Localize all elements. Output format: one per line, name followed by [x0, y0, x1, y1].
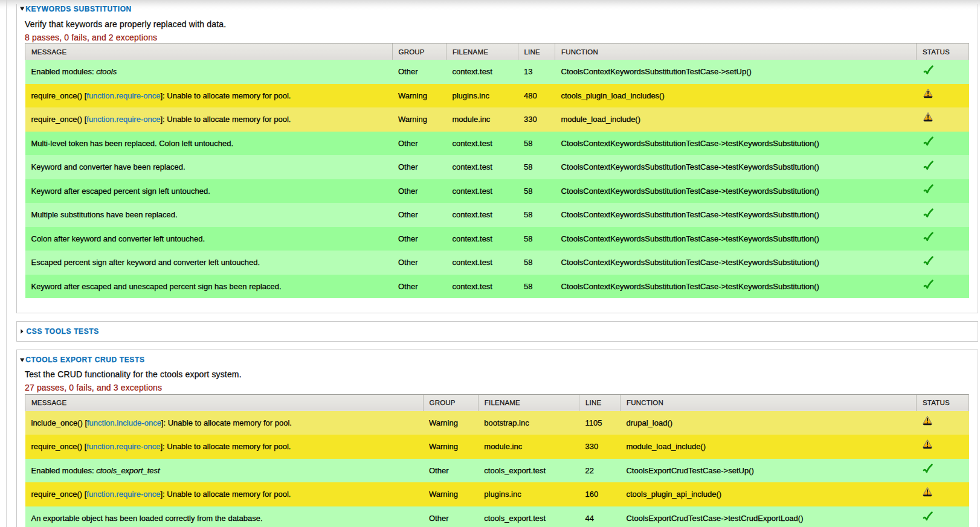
message-text: Escaped percent sign after keyword and c…	[31, 258, 260, 267]
warning-triangle-icon	[923, 416, 932, 426]
message-text: ]: Unable to allocate memory for pool.	[160, 115, 291, 124]
result-row: Escaped percent sign after keyword and c…	[25, 251, 969, 275]
function-cell: module_load_include()	[555, 107, 917, 132]
message-text: Enabled modules:	[31, 466, 97, 475]
message-text: ]: Unable to allocate memory for pool.	[160, 490, 291, 499]
message-cell: Keyword after escaped and unescaped perc…	[25, 275, 393, 299]
pass-check-icon	[923, 231, 933, 241]
php-function-reference-link[interactable]: function.require-once	[86, 91, 160, 100]
message-text: Enabled modules:	[31, 67, 97, 76]
message-text: Keyword after escaped and unescaped perc…	[31, 282, 282, 291]
function-cell: CtoolsContextKeywordsSubstitutionTestCas…	[555, 227, 917, 251]
results-table: MESSAGEGROUPFILENAMELINEFUNCTIONSTATUS i…	[25, 394, 969, 527]
status-cell	[916, 435, 969, 459]
message-text: require_once() [	[31, 115, 87, 124]
message-text: require_once() [	[31, 91, 87, 100]
message-text: require_once() [	[31, 442, 87, 451]
pass-check-icon	[923, 184, 933, 194]
php-function-reference-link[interactable]: function.include-once	[87, 418, 161, 427]
message-cell: Multiple substitutions have been replace…	[25, 203, 393, 227]
line-cell: 44	[579, 506, 620, 527]
line-cell: 1105	[579, 411, 620, 435]
message-text: Multiple substitutions have been replace…	[31, 210, 178, 219]
group-cell: Warning	[392, 84, 446, 108]
column-header-line: LINE	[518, 43, 555, 60]
function-cell: CtoolsContextKeywordsSubstitutionTestCas…	[555, 203, 917, 227]
column-header-status: STATUS	[917, 43, 969, 60]
filename-cell: plugins.inc	[478, 482, 579, 506]
function-cell: CtoolsContextKeywordsSubstitutionTestCas…	[555, 275, 917, 299]
result-row: include_once() [function.include-once]: …	[25, 411, 969, 435]
table-header-row: MESSAGEGROUPFILENAMELINEFUNCTIONSTATUS	[25, 43, 969, 60]
warning-triangle-icon	[923, 439, 932, 449]
filename-cell: ctools_export.test	[478, 459, 579, 483]
group-cell: Other	[392, 132, 446, 156]
expand-arrow-icon	[21, 329, 24, 334]
filename-cell: context.test	[446, 275, 518, 299]
status-cell	[917, 155, 969, 179]
status-cell	[916, 506, 969, 527]
group-cell: Other	[423, 459, 478, 483]
column-header-function: FUNCTION	[620, 394, 916, 411]
message-text: require_once() [	[31, 490, 87, 499]
message-text: ]: Unable to allocate memory for pool.	[160, 91, 291, 100]
message-cell: Enabled modules: ctools	[25, 60, 393, 84]
fieldset-title[interactable]: CSS TOOLS TESTS	[26, 327, 98, 336]
filename-cell: context.test	[446, 60, 518, 84]
group-cell: Other	[392, 179, 446, 203]
fieldset-title[interactable]: CTOOLS EXPORT CRUD TESTS	[25, 356, 144, 364]
pass-check-icon	[923, 511, 933, 521]
result-row: Keyword and converter have been replaced…	[25, 155, 969, 179]
result-row: Keyword after escaped percent sign left …	[25, 179, 969, 203]
filename-cell: module.inc	[446, 107, 518, 132]
fieldset-legend[interactable]: CSS TOOLS TESTS	[20, 322, 970, 341]
message-cell: Multi-level token has been replaced. Col…	[25, 132, 393, 156]
message-text: ]: Unable to allocate memory for pool.	[160, 442, 291, 451]
warning-triangle-icon	[923, 487, 932, 497]
fieldset-legend[interactable]: CTOOLS EXPORT CRUD TESTS	[20, 356, 970, 365]
group-cell: Other	[392, 275, 446, 299]
php-function-reference-link[interactable]: function.require-once	[86, 115, 160, 124]
result-row: Multi-level token has been replaced. Col…	[25, 132, 969, 156]
test-description: Verify that keywords are properly replac…	[25, 19, 970, 30]
pass-check-icon	[923, 65, 933, 75]
result-row: require_once() [function.require-once]: …	[25, 84, 969, 108]
function-cell: CtoolsContextKeywordsSubstitutionTestCas…	[555, 60, 917, 84]
test-summary: 27 passes, 0 fails, and 3 exceptions	[25, 383, 970, 393]
message-text: Multi-level token has been replaced. Col…	[31, 139, 234, 148]
page-left-border	[6, 0, 7, 527]
warning-triangle-icon	[923, 112, 933, 122]
status-cell	[917, 84, 969, 108]
result-row: Multiple substitutions have been replace…	[25, 203, 969, 227]
line-cell: 160	[579, 482, 620, 506]
php-function-reference-link[interactable]: function.require-once	[86, 442, 160, 451]
fieldset-legend[interactable]: KEYWORDS SUBSTITUTION	[20, 4, 970, 13]
filename-cell: ctools_export.test	[478, 506, 579, 527]
fieldset-title[interactable]: KEYWORDS SUBSTITUTION	[25, 5, 132, 13]
filename-cell: plugins.inc	[446, 84, 518, 108]
message-cell: require_once() [function.require-once]: …	[25, 84, 393, 108]
result-row: Enabled modules: ctools_export_testOther…	[25, 459, 969, 483]
module-name-emphasis: ctools_export_test	[96, 466, 160, 475]
module-name-emphasis: ctools	[96, 67, 117, 76]
column-header-message: MESSAGE	[25, 43, 393, 60]
line-cell: 22	[579, 459, 620, 483]
results-table: MESSAGEGROUPFILENAMELINEFUNCTIONSTATUS E…	[25, 43, 969, 298]
function-cell: CtoolsContextKeywordsSubstitutionTestCas…	[555, 155, 917, 179]
function-cell: drupal_load()	[620, 411, 916, 435]
php-function-reference-link[interactable]: function.require-once	[86, 490, 160, 499]
result-row: Colon after keyword and converter left u…	[25, 227, 969, 251]
filename-cell: context.test	[446, 251, 518, 275]
filename-cell: context.test	[446, 227, 518, 251]
column-header-group: GROUP	[423, 394, 478, 411]
function-cell: CtoolsExportCrudTestCase->setUp()	[620, 459, 916, 483]
message-text: ]: Unable to allocate memory for pool.	[161, 418, 292, 427]
result-row: Keyword after escaped and unescaped perc…	[25, 275, 969, 299]
message-cell: require_once() [function.require-once]: …	[25, 482, 424, 506]
message-cell: include_once() [function.include-once]: …	[25, 411, 424, 435]
function-cell: CtoolsContextKeywordsSubstitutionTestCas…	[555, 179, 917, 203]
result-row: require_once() [function.require-once]: …	[25, 107, 969, 132]
line-cell: 58	[518, 227, 555, 251]
filename-cell: module.inc	[478, 435, 579, 459]
pass-check-icon	[923, 255, 933, 266]
